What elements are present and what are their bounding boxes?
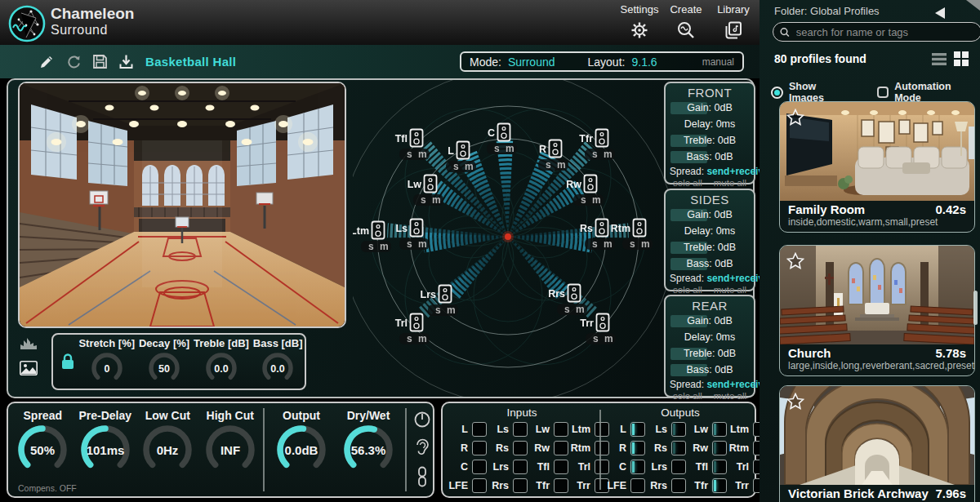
knob-dry-wet[interactable]: Dry/Wet56.3%: [341, 409, 395, 477]
waveform-view-icon[interactable]: [20, 336, 38, 351]
menu-library[interactable]: Library: [707, 3, 760, 40]
solo-button[interactable]: s: [593, 333, 599, 344]
ear-monitor-icon[interactable]: [413, 438, 431, 457]
mute-button[interactable]: m: [557, 159, 566, 171]
knob-dial[interactable]: 0.0: [259, 349, 296, 387]
manual-toggle[interactable]: manual: [702, 56, 734, 68]
mute-button[interactable]: m: [506, 143, 514, 154]
mute-button[interactable]: m: [592, 194, 601, 206]
group-slider-rear-gain[interactable]: Gain: 0dB: [670, 313, 750, 329]
menu-settings[interactable]: Settings: [613, 3, 666, 40]
speaker-Ltm[interactable]: Ltmsm: [353, 222, 391, 253]
knob-output[interactable]: Output0.0dB: [274, 409, 328, 477]
edit-pencil-icon[interactable]: [38, 53, 56, 70]
reload-icon[interactable]: [65, 53, 82, 70]
solo-button[interactable]: s: [494, 143, 500, 154]
mute-button[interactable]: m: [447, 304, 456, 316]
mute-button[interactable]: m: [465, 161, 474, 172]
group-spread[interactable]: Spread: send+receive: [670, 166, 750, 177]
solo-button[interactable]: s: [421, 194, 426, 206]
group-slider-sides-treble[interactable]: Treble: 0dB: [670, 240, 750, 255]
profile-card-family-room[interactable]: Family Room 0.42s inside,domestic,warm,s…: [779, 101, 975, 233]
mute-button[interactable]: m: [576, 304, 585, 315]
profile-card-archway[interactable]: Victorian Brick Archway 7.96s outside,lo…: [779, 385, 975, 502]
grid-view-icon[interactable]: [954, 51, 969, 66]
listener-dot[interactable]: [505, 233, 511, 240]
knob-bass-db[interactable]: Bass [dB]0.0: [253, 337, 303, 387]
speaker-Trr[interactable]: Trrsm: [580, 314, 616, 345]
group-slider-rear-delay[interactable]: Delay: 0ms: [670, 330, 750, 345]
mute-all-button[interactable]: mute all: [714, 391, 746, 401]
list-view-icon[interactable]: [932, 53, 947, 65]
mute-button[interactable]: m: [432, 194, 441, 206]
speaker-Tfl[interactable]: Tflsm: [395, 130, 430, 161]
knob-dial[interactable]: 50: [145, 349, 183, 387]
solo-button[interactable]: s: [453, 161, 459, 172]
group-slider-sides-delay[interactable]: Delay: 0ms: [670, 224, 750, 239]
mute-button[interactable]: m: [604, 149, 612, 160]
group-slider-sides-gain[interactable]: Gain: 0dB: [670, 207, 750, 223]
save-icon[interactable]: [91, 53, 109, 70]
automation-mode-checkbox[interactable]: [877, 87, 889, 98]
search-bar[interactable]: [773, 22, 980, 42]
knob-decay[interactable]: Decay [%]50: [139, 337, 189, 387]
group-spread[interactable]: Spread: send+receive: [670, 379, 750, 390]
knob-stretch[interactable]: Stretch [%]0: [78, 337, 135, 387]
solo-button[interactable]: s: [592, 149, 598, 160]
solo-button[interactable]: s: [564, 304, 570, 315]
mute-button[interactable]: m: [380, 241, 389, 252]
knob-dial[interactable]: 50%: [16, 423, 69, 477]
latency-clock-icon[interactable]: [413, 411, 431, 429]
solo-button[interactable]: s: [581, 194, 586, 206]
solo-all-button[interactable]: solo all: [673, 178, 702, 188]
mute-button[interactable]: m: [418, 149, 427, 160]
solo-button[interactable]: s: [407, 149, 412, 160]
solo-all-button[interactable]: solo all: [673, 391, 702, 401]
corner-fold-icon[interactable]: [964, 0, 980, 12]
image-view-icon[interactable]: [20, 361, 38, 375]
solo-button[interactable]: s: [592, 238, 598, 250]
profile-card-church[interactable]: Church 5.78s large,inside,long,reverbera…: [779, 245, 975, 376]
group-slider-front-delay[interactable]: Delay: 0ms: [670, 117, 750, 132]
browser-scrollbar[interactable]: [973, 291, 978, 325]
favorite-star-icon[interactable]: [786, 252, 804, 269]
mute-button[interactable]: m: [604, 333, 613, 344]
speaker-Trl[interactable]: Trlsm: [395, 314, 430, 345]
solo-button[interactable]: s: [407, 333, 412, 344]
solo-button[interactable]: s: [435, 304, 441, 316]
solo-all-button[interactable]: solo all: [673, 285, 702, 295]
knob-dial[interactable]: 0.0: [203, 349, 240, 387]
group-slider-sides-bass[interactable]: Bass: 0dB: [670, 256, 750, 272]
mute-all-button[interactable]: mute all: [714, 285, 746, 295]
back-arrow-icon[interactable]: [935, 7, 946, 19]
compensation-toggle[interactable]: Compens. OFF: [18, 483, 77, 493]
mute-all-button[interactable]: mute all: [714, 178, 746, 188]
knob-dial[interactable]: 0: [88, 349, 126, 387]
knob-dial[interactable]: 56.3%: [341, 423, 395, 477]
mute-button[interactable]: m: [418, 238, 427, 250]
group-slider-front-bass[interactable]: Bass: 0dB: [670, 149, 750, 165]
download-icon[interactable]: [118, 53, 135, 70]
layout-value[interactable]: 9.1.6: [631, 56, 657, 69]
favorite-star-icon[interactable]: [786, 109, 804, 126]
mute-button[interactable]: m: [418, 333, 427, 344]
knob-dial[interactable]: 0.0dB: [274, 423, 328, 477]
mode-value[interactable]: Surround: [508, 56, 555, 69]
group-spread[interactable]: Spread: send+receive: [670, 273, 750, 284]
knob-treble-db[interactable]: Treble [dB]0.0: [194, 337, 249, 387]
solo-button[interactable]: s: [368, 241, 374, 252]
lock-icon[interactable]: [60, 353, 75, 371]
knob-pre-delay[interactable]: Pre-Delay101ms: [78, 409, 132, 477]
magnifier-wave-icon[interactable]: [676, 20, 696, 40]
knob-dial[interactable]: 0Hz: [140, 423, 194, 477]
knob-low-cut[interactable]: Low Cut0Hz: [140, 409, 194, 477]
knob-dial[interactable]: 101ms: [78, 423, 132, 477]
knob-dial[interactable]: INF: [203, 423, 257, 477]
link-chain-icon[interactable]: [416, 466, 429, 487]
mute-button[interactable]: m: [604, 238, 612, 250]
library-pages-icon[interactable]: [724, 20, 743, 40]
gear-icon[interactable]: [630, 20, 649, 40]
solo-button[interactable]: s: [546, 159, 551, 171]
search-input[interactable]: [795, 25, 974, 39]
mute-button[interactable]: m: [641, 238, 650, 250]
